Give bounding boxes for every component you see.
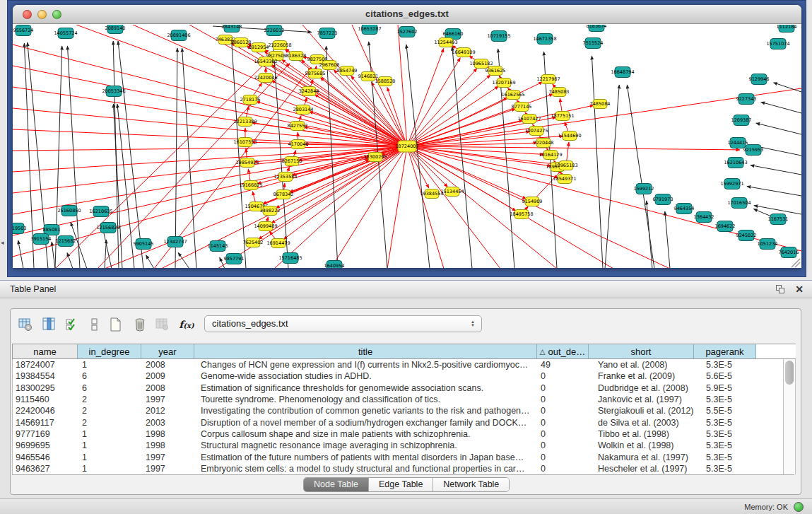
- graph-node-label: 1244415: [728, 140, 748, 146]
- network-window-titlebar[interactable]: citations_edges.txt: [13, 5, 801, 24]
- table-selector-value: citations_edges.txt: [212, 318, 288, 329]
- function-builder-icon[interactable]: f(x): [177, 315, 196, 334]
- graph-node-label: 8854749: [337, 68, 358, 74]
- delete-icon[interactable]: [131, 315, 149, 334]
- close-window-icon[interactable]: [23, 10, 32, 19]
- table-cell: Jankovic et al. (1997): [589, 395, 695, 404]
- graph-node-label: 6466160: [443, 31, 464, 37]
- table-cell: 1997: [142, 395, 195, 404]
- graph-edge: [398, 25, 407, 146]
- graph-edge: [407, 146, 557, 268]
- table-cell: 2008: [142, 383, 195, 393]
- table-cell: 6: [78, 383, 142, 393]
- column-header-title[interactable]: title: [194, 344, 537, 358]
- table-row[interactable]: 911546021997Tourette syndrome. Phenomeno…: [13, 394, 796, 405]
- table-cell: 1997: [142, 452, 195, 462]
- scrollbar-thumb[interactable]: [785, 361, 794, 385]
- graph-node-label: 25160850: [57, 208, 81, 214]
- column-header-out_de[interactable]: △out_de…: [537, 344, 589, 358]
- graph-node-label: 1167531: [768, 216, 789, 222]
- tab-edge-table[interactable]: Edge Table: [369, 478, 433, 491]
- graph-edge: [13, 146, 407, 214]
- graph-edge: [52, 242, 55, 268]
- graph-edge: [182, 48, 196, 268]
- table-cell: 1998: [142, 440, 195, 450]
- column-header-year[interactable]: year: [141, 344, 194, 358]
- graph-node-label: 9227343: [736, 96, 757, 102]
- table-scrollbar[interactable]: [783, 359, 796, 474]
- table-cell: 9699695: [13, 440, 78, 450]
- table-cell: 19384554: [13, 371, 78, 381]
- table-row[interactable]: 977716911998Corpus callosum shape and si…: [13, 428, 796, 440]
- table-row[interactable]: 1938455462009Genome-wide association stu…: [13, 370, 796, 382]
- table-row[interactable]: 1872400712008Changes of HCN gene express…: [13, 359, 796, 370]
- table-toolbar: f(x) citations_edges.txt ▲▼: [15, 313, 792, 337]
- graph-node-label: 8186328: [286, 53, 307, 59]
- table-cell: Estimation of the future numbers of pati…: [195, 452, 538, 462]
- graph-edge: [387, 88, 407, 146]
- select-columns-icon[interactable]: [63, 315, 81, 334]
- row-height-icon[interactable]: [86, 315, 104, 334]
- table-selector-dropdown[interactable]: citations_edges.txt ▲▼: [204, 315, 482, 332]
- table-cell: 1998: [142, 429, 195, 439]
- table-mode-icon[interactable]: [16, 315, 35, 334]
- graph-node-label: 16649109: [452, 49, 475, 55]
- table-cell: 0: [538, 371, 589, 381]
- graph-node-label: 9215953: [743, 147, 764, 153]
- minimize-window-icon[interactable]: [37, 10, 47, 19]
- table-cell: 2: [78, 406, 142, 416]
- memory-ok-icon[interactable]: [794, 502, 804, 512]
- table-row[interactable]: 1456911722003Disruption of a novel membe…: [13, 416, 796, 428]
- graph-edge: [407, 132, 530, 146]
- table-panel-body: f(x) citations_edges.txt ▲▼ namein_degre…: [0, 298, 812, 498]
- network-canvas[interactable]: 9556724140557242089140208914062843148222…: [13, 25, 801, 268]
- graph-node-label: 12353584: [273, 174, 297, 180]
- column-header-in_degree[interactable]: in_degree: [78, 344, 141, 358]
- table-cell: Changes of HCN gene expression and I(f) …: [195, 360, 538, 370]
- table-row[interactable]: 946362711997Embryonic stem cells: a mode…: [13, 463, 796, 474]
- graph-node-label: 9154909: [522, 199, 543, 204]
- status-bar: Memory: OK: [0, 498, 812, 514]
- zoom-window-icon[interactable]: [52, 10, 61, 19]
- table-cell: 9463627: [13, 464, 78, 474]
- graph-edge: [407, 146, 500, 268]
- table-cell: Nakamura et al. (1997): [589, 452, 695, 462]
- graph-node-label: 1527602: [397, 29, 418, 35]
- graph-edge: [117, 104, 134, 268]
- table-cell: 2008: [142, 360, 195, 370]
- tab-network-table[interactable]: Network Table: [433, 478, 509, 491]
- column-header-short[interactable]: short: [589, 344, 694, 358]
- table-cell: 0: [538, 440, 589, 450]
- table-header-row: namein_degreeyeartitle△out_de…shortpager…: [12, 344, 796, 359]
- table-cell: de Silva et al. (2003): [589, 418, 695, 428]
- graph-node-label: 10965182: [469, 61, 493, 66]
- graph-node-label: 2843148: [222, 25, 242, 30]
- graph-node-label: 16914479: [266, 240, 290, 246]
- new-file-icon[interactable]: [107, 315, 125, 334]
- graph-node-label: 15751074: [766, 41, 789, 47]
- show-column-icon[interactable]: [40, 315, 59, 334]
- close-panel-icon[interactable]: ✕: [795, 284, 804, 295]
- graph-node-label: 2803144: [293, 107, 314, 112]
- graph-node-label: 16107427: [517, 116, 541, 122]
- tab-node-table[interactable]: Node Table: [304, 478, 369, 491]
- table-cell: 1: [78, 429, 142, 439]
- column-header-name[interactable]: name: [12, 344, 78, 358]
- table-panel-titlebar[interactable]: Table Panel ✕: [0, 280, 812, 298]
- float-panel-icon[interactable]: [776, 285, 785, 293]
- table-cell: 5.3E-5: [695, 452, 757, 462]
- window-resize-grip[interactable]: [792, 259, 800, 267]
- graph-node-label: 7625402: [243, 240, 264, 245]
- column-header-pagerank[interactable]: pagerank: [694, 344, 756, 358]
- graph-node-label: 1599212: [634, 186, 654, 192]
- graph-node-label: 10965183: [554, 163, 577, 168]
- table-row[interactable]: 969969511998Structural magnetic resonanc…: [13, 440, 796, 451]
- table-row[interactable]: 946554611997Estimation of the future num…: [13, 451, 796, 462]
- graph-node-label: 8777145: [512, 104, 532, 110]
- panel-collapse-arrow-icon[interactable]: ◂: [1, 239, 4, 246]
- network-view-window[interactable]: citations_edges.txt 95567241405572420891…: [13, 5, 801, 268]
- table-row[interactable]: 2242004622012Investigating the contribut…: [13, 405, 796, 416]
- table-row[interactable]: 1830029562008Estimation of significance …: [13, 382, 796, 394]
- table-cell: 0: [538, 406, 589, 416]
- table-panel-title: Table Panel: [10, 284, 56, 294]
